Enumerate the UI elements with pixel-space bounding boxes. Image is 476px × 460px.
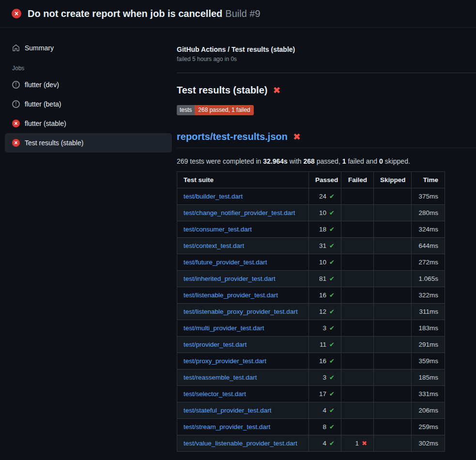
time-cell: 280ms <box>412 205 445 221</box>
skipped-cell <box>374 205 412 221</box>
test-suite-link[interactable]: test/reassemble_test.dart <box>184 374 257 381</box>
failed-cell <box>341 254 374 271</box>
test-suite-link[interactable]: test/provider_test.dart <box>184 341 247 348</box>
badge-label: tests <box>177 105 195 115</box>
check-icon: ✔ <box>329 209 335 216</box>
report-file-link[interactable]: reports/test-results.json <box>177 131 288 142</box>
test-suite-cell: test/selector_test.dart <box>177 386 309 402</box>
passed-cell-value: 17 <box>319 390 326 398</box>
fail-x-icon: ✖ <box>273 86 280 95</box>
check-icon: ✔ <box>329 374 335 381</box>
table-row: test/proxy_provider_test.dart16✔359ms <box>177 353 445 369</box>
skipped-cell <box>374 435 412 452</box>
failed-cell <box>341 337 374 353</box>
passed-cell: 24✔ <box>309 188 341 205</box>
table-header-row: Test suite Passed Failed Skipped Time <box>177 172 445 188</box>
failed-cell <box>341 271 374 287</box>
time-cell: 644ms <box>412 238 445 254</box>
home-icon <box>12 44 20 52</box>
failed-cell <box>341 287 374 304</box>
test-suite-link[interactable]: test/stream_provider_test.dart <box>184 423 270 430</box>
test-suite-link[interactable]: test/context_test.dart <box>184 242 244 249</box>
badge-value: 268 passed, 1 failed <box>195 105 253 115</box>
test-suite-link[interactable]: test/value_listenable_provider_test.dart <box>184 440 297 447</box>
test-suite-link[interactable]: test/selector_test.dart <box>184 390 246 398</box>
failed-cell <box>341 205 374 221</box>
test-suite-cell: test/reassemble_test.dart <box>177 369 309 386</box>
failed-cell <box>341 419 374 435</box>
sidebar-item-label: Summary <box>25 44 54 52</box>
test-suite-cell: test/inherited_provider_test.dart <box>177 271 309 287</box>
time-cell: 291ms <box>412 337 445 353</box>
table-row: test/value_listenable_provider_test.dart… <box>177 435 445 452</box>
time-cell: 272ms <box>412 254 445 271</box>
test-suite-link[interactable]: test/multi_provider_test.dart <box>184 324 264 332</box>
table-row: test/reassemble_test.dart3✔185ms <box>177 369 445 386</box>
check-icon: ✔ <box>329 440 335 447</box>
time-cell: 331ms <box>412 386 445 402</box>
time-cell: 311ms <box>412 304 445 320</box>
jobs-section-label: Jobs <box>0 58 177 75</box>
test-suite-cell: test/stateful_provider_test.dart <box>177 402 309 419</box>
failed-cell <box>341 304 374 320</box>
column-header-failed: Failed <box>341 172 374 188</box>
page-title: Do not create report when job is cancell… <box>28 8 261 19</box>
sidebar-item-flutter-stable[interactable]: × flutter (stable) <box>5 114 172 133</box>
passed-cell-value: 16 <box>319 291 326 299</box>
skipped-cell <box>374 254 412 271</box>
sidebar-item-label: Test results (stable) <box>25 139 83 147</box>
sidebar-item-summary[interactable]: Summary <box>5 38 172 58</box>
passed-cell: 10✔ <box>309 205 341 221</box>
neutral-circle-icon: ! <box>12 81 20 89</box>
report-file-heading: reports/test-results.json ✖ <box>177 131 476 148</box>
test-suite-link[interactable]: test/proxy_provider_test.dart <box>184 357 266 365</box>
test-suite-link[interactable]: test/stateful_provider_test.dart <box>184 407 272 414</box>
test-suite-cell: test/listenable_proxy_provider_test.dart <box>177 304 309 320</box>
passed-cell: 81✔ <box>309 271 341 287</box>
test-suite-cell: test/context_test.dart <box>177 238 309 254</box>
summary-failed-count: 1 <box>342 157 346 165</box>
passed-cell: 31✔ <box>309 238 341 254</box>
summary-duration: 32.964s <box>263 157 288 165</box>
skipped-cell <box>374 238 412 254</box>
test-suite-link[interactable]: test/change_notifier_provider_test.dart <box>184 209 295 216</box>
time-cell: 1.065s <box>412 271 445 287</box>
sidebar-item-flutter-beta[interactable]: ! flutter (beta) <box>5 94 172 114</box>
time-cell: 183ms <box>412 320 445 337</box>
tests-badge: tests 268 passed, 1 failed <box>177 105 254 115</box>
failed-cell-value: 1 <box>355 440 359 447</box>
check-icon: ✔ <box>329 242 335 249</box>
x-circle-icon: × <box>12 139 20 147</box>
test-suite-link[interactable]: test/future_provider_test.dart <box>184 259 267 266</box>
sidebar-item-test-results-stable[interactable]: × Test results (stable) <box>5 133 172 153</box>
passed-cell-value: 81 <box>319 275 326 282</box>
passed-cell-value: 11 <box>320 341 326 348</box>
test-suite-link[interactable]: test/listenable_provider_test.dart <box>184 291 278 299</box>
skipped-cell <box>374 337 412 353</box>
sidebar-item-label: flutter (dev) <box>25 81 59 89</box>
build-number: Build #9 <box>225 8 260 19</box>
test-suite-link[interactable]: test/consumer_test.dart <box>184 226 252 233</box>
divider <box>177 73 476 73</box>
passed-cell: 16✔ <box>309 287 341 304</box>
passed-cell-value: 3 <box>323 324 327 332</box>
table-row: test/context_test.dart31✔644ms <box>177 238 445 254</box>
test-suite-link[interactable]: test/listenable_proxy_provider_test.dart <box>184 308 298 315</box>
failed-cell <box>341 221 374 238</box>
skipped-cell <box>374 287 412 304</box>
fail-x-icon: ✖ <box>293 132 301 141</box>
skipped-cell <box>374 188 412 205</box>
table-row: test/consumer_test.dart18✔324ms <box>177 221 445 238</box>
test-suite-link[interactable]: test/inherited_provider_test.dart <box>184 275 276 282</box>
table-row: test/stream_provider_test.dart8✔259ms <box>177 419 445 435</box>
failed-cell <box>341 320 374 337</box>
test-suite-link[interactable]: test/builder_test.dart <box>184 193 243 200</box>
table-row: test/selector_test.dart17✔331ms <box>177 386 445 402</box>
skipped-cell <box>374 271 412 287</box>
column-header-time: Time <box>412 172 445 188</box>
check-icon: ✔ <box>329 308 335 315</box>
table-row: test/inherited_provider_test.dart81✔1.06… <box>177 271 445 287</box>
sidebar-item-flutter-dev[interactable]: ! flutter (dev) <box>5 75 172 94</box>
passed-cell: 11✔ <box>309 337 341 353</box>
summary-mid-failed: failed and <box>346 157 380 165</box>
